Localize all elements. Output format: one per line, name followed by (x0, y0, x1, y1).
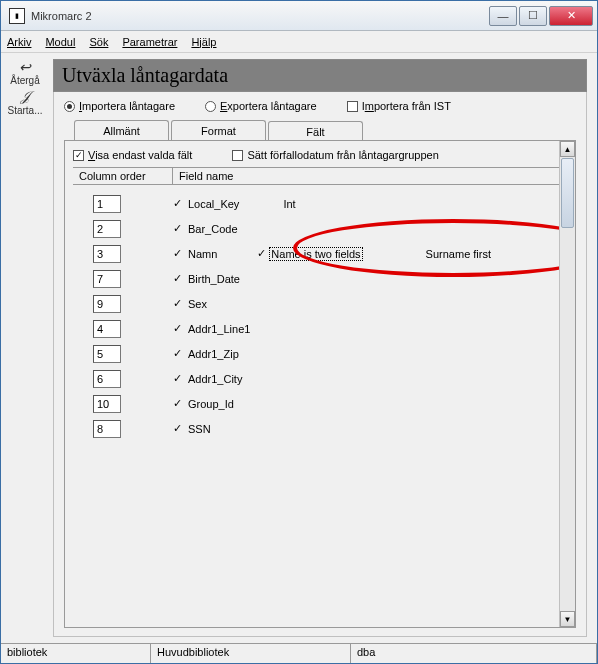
checkbox-satt-forfallo[interactable]: Sätt förfallodatum från låntagargruppen (232, 149, 438, 161)
tab-format[interactable]: Format (171, 120, 266, 140)
checkbox-icon: ✓ (257, 247, 266, 260)
menu-modul[interactable]: Modul (45, 36, 75, 48)
toolbar-back[interactable]: ↩ Återgå (10, 59, 39, 86)
app-window: ▮ Mikromarc 2 — ☐ ✕ Arkiv Modul Sök Para… (0, 0, 598, 664)
toolbar-start-label: Starta... (7, 105, 42, 116)
scroll-up-button[interactable]: ▲ (560, 141, 575, 157)
menu-sok[interactable]: Sök (89, 36, 108, 48)
field-checkbox[interactable]: ✓Bar_Code (173, 222, 238, 235)
table-row: ✓Local_KeyInt (73, 191, 567, 216)
field-checkbox[interactable]: ✓Sex (173, 297, 207, 310)
checkbox-icon: ✓ (173, 347, 182, 360)
grid-header: Column order Field name (73, 167, 567, 185)
checkbox-icon: ✓ (173, 297, 182, 310)
field-checkbox[interactable]: ✓Birth_Date (173, 272, 240, 285)
field-name-label: Addr1_City (188, 373, 242, 385)
field-name-label: Addr1_Line1 (188, 323, 250, 335)
checkbox-icon: ✓ (173, 247, 182, 260)
extra-checkbox[interactable]: Surname first (422, 248, 491, 260)
field-checkbox[interactable]: ✓SSN (173, 422, 211, 435)
menu-hjalp[interactable]: Hjälp (191, 36, 216, 48)
page-title: Utväxla låntagardata (53, 59, 587, 92)
checkbox-icon: ✓ (73, 150, 84, 161)
body-area: ↩ Återgå 𝒥 Starta... Utväxla låntagardat… (1, 53, 597, 643)
radio-export-label: xportera låntagare (227, 100, 316, 112)
order-input[interactable] (93, 220, 121, 238)
mode-radio-row: Importera låntagare Exportera låntagare … (64, 100, 576, 112)
tab-panel-falt: ✓ Visa endast valda fält Sätt förfalloda… (64, 140, 576, 628)
field-checkbox[interactable]: ✓Group_Id (173, 397, 234, 410)
scroll-down-button[interactable]: ▼ (560, 611, 575, 627)
table-row: ✓Birth_Date (73, 266, 567, 291)
checkbox-visa-valda[interactable]: ✓ Visa endast valda fält (73, 149, 192, 161)
extra-checkbox[interactable]: Int (279, 198, 295, 210)
order-input[interactable] (93, 295, 121, 313)
checkbox-icon: ✓ (173, 422, 182, 435)
checkbox-icon: ✓ (173, 397, 182, 410)
visa-valda-label: isa endast valda fält (95, 149, 192, 161)
table-row: ✓Addr1_Zip (73, 341, 567, 366)
checkbox-icon: ✓ (173, 197, 182, 210)
menu-arkiv[interactable]: Arkiv (7, 36, 31, 48)
field-name-label: Group_Id (188, 398, 234, 410)
vertical-scrollbar[interactable]: ▲ ▼ (559, 141, 575, 627)
order-input[interactable] (93, 245, 121, 263)
checkbox-icon: ✓ (173, 272, 182, 285)
table-row: ✓SSN (73, 416, 567, 441)
tabs: Allmänt Format Fält (74, 120, 576, 140)
field-checkbox[interactable]: ✓Addr1_Line1 (173, 322, 250, 335)
extra-label: Name is two fields (270, 248, 361, 260)
order-input[interactable] (93, 345, 121, 363)
radio-icon (64, 101, 75, 112)
order-input[interactable] (93, 195, 121, 213)
toolbar-start[interactable]: 𝒥 Starta... (7, 88, 42, 116)
satt-forfallo-label: Sätt förfallodatum från låntagargruppen (247, 149, 438, 161)
checkbox-icon: ✓ (173, 222, 182, 235)
left-toolbar: ↩ Återgå 𝒥 Starta... (1, 53, 49, 643)
menubar: Arkiv Modul Sök Parametrar Hjälp (1, 31, 597, 53)
statusbar: bibliotek Huvudbibliotek dba (1, 643, 597, 663)
pencil-icon: 𝒥 (7, 88, 42, 105)
main-panel: Utväxla låntagardata Importera låntagare… (49, 53, 597, 643)
field-checkbox[interactable]: ✓Addr1_City (173, 372, 242, 385)
order-input[interactable] (93, 395, 121, 413)
toolbar-back-label: Återgå (10, 75, 39, 86)
radio-icon (205, 101, 216, 112)
radio-import[interactable]: Importera låntagare (64, 100, 175, 112)
field-name-label: Addr1_Zip (188, 348, 239, 360)
field-name-label: SSN (188, 423, 211, 435)
extra-checkbox[interactable]: ✓Name is two fields (257, 247, 361, 260)
tab-falt[interactable]: Fält (268, 121, 363, 141)
field-checkbox[interactable]: ✓Local_Key (173, 197, 239, 210)
field-name-label: Local_Key (188, 198, 239, 210)
menu-parametrar[interactable]: Parametrar (122, 36, 177, 48)
minimize-button[interactable]: — (489, 6, 517, 26)
tab-allmant[interactable]: Allmänt (74, 120, 169, 140)
checkbox-ist-label: portera från IST (374, 100, 451, 112)
order-input[interactable] (93, 420, 121, 438)
scroll-thumb[interactable] (561, 158, 574, 228)
status-cell-1: bibliotek (1, 644, 151, 663)
table-row: ✓Sex (73, 291, 567, 316)
field-name-label: Namn (188, 248, 217, 260)
field-checkbox[interactable]: ✓Namn (173, 247, 217, 260)
status-cell-3: dba (351, 644, 597, 663)
order-input[interactable] (93, 370, 121, 388)
window-controls: — ☐ ✕ (487, 6, 593, 26)
checkbox-icon: ✓ (173, 372, 182, 385)
maximize-button[interactable]: ☐ (519, 6, 547, 26)
close-button[interactable]: ✕ (549, 6, 593, 26)
col-fieldname-header[interactable]: Field name (173, 168, 567, 184)
table-row: ✓Addr1_Line1 (73, 316, 567, 341)
checkbox-ist[interactable]: Importera från IST (347, 100, 451, 112)
radio-export[interactable]: Exportera låntagare (205, 100, 317, 112)
field-name-label: Bar_Code (188, 223, 238, 235)
content-panel: Importera låntagare Exportera låntagare … (53, 92, 587, 637)
field-checkbox[interactable]: ✓Addr1_Zip (173, 347, 239, 360)
titlebar[interactable]: ▮ Mikromarc 2 — ☐ ✕ (1, 1, 597, 31)
field-name-label: Sex (188, 298, 207, 310)
options-row: ✓ Visa endast valda fält Sätt förfalloda… (73, 149, 567, 161)
col-order-header[interactable]: Column order (73, 168, 173, 184)
order-input[interactable] (93, 320, 121, 338)
order-input[interactable] (93, 270, 121, 288)
